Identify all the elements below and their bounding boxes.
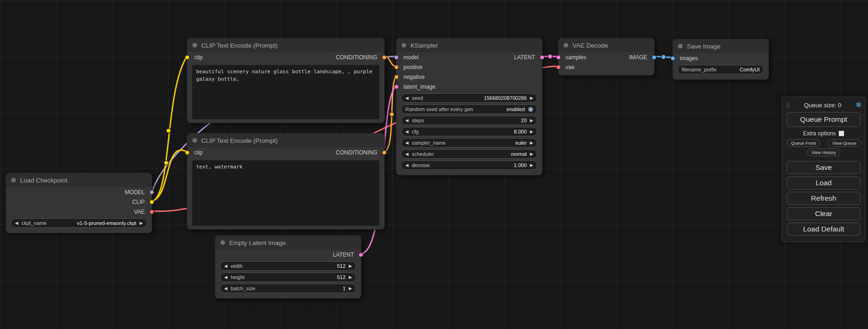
- vae-output-port[interactable]: [149, 210, 154, 214]
- node-ksampler[interactable]: KSampler model LATENT positive negative …: [396, 38, 543, 175]
- drag-handle-icon[interactable]: ⣿: [786, 102, 790, 108]
- negative-input-port[interactable]: [394, 75, 399, 79]
- decrement-arrow-icon[interactable]: ◀: [405, 163, 409, 168]
- extra-options-checkbox[interactable]: [839, 131, 844, 136]
- decrement-arrow-icon[interactable]: ◀: [405, 152, 409, 156]
- collapse-dot[interactable]: [11, 178, 16, 182]
- decrement-arrow-icon[interactable]: ◀: [405, 119, 409, 123]
- seed-widget[interactable]: ◀ seed 156680208700286 ▶: [401, 93, 537, 103]
- refresh-button[interactable]: Refresh: [787, 192, 861, 205]
- collapse-dot[interactable]: [564, 43, 568, 48]
- clip-output-port[interactable]: [149, 200, 154, 204]
- toggle-dot[interactable]: [528, 107, 533, 112]
- latent-image-input-port[interactable]: [394, 84, 399, 89]
- cfg-widget[interactable]: ◀ cfg 8.000 ▶: [401, 127, 537, 136]
- images-input-port[interactable]: [670, 56, 675, 61]
- node-title-bar[interactable]: KSampler: [396, 38, 542, 52]
- widget-label: sampler_name: [412, 140, 446, 146]
- decrement-arrow-icon[interactable]: ◀: [405, 141, 409, 145]
- prompt-textarea[interactable]: beautiful scenery nature glass bottle la…: [192, 65, 380, 119]
- collapse-dot[interactable]: [402, 43, 406, 48]
- increment-arrow-icon[interactable]: ▶: [530, 152, 533, 156]
- queue-prompt-button[interactable]: Queue Prompt: [787, 112, 861, 127]
- node-load-checkpoint[interactable]: Load Checkpoint MODEL CLIP VAE ◀ ckpt_na…: [6, 173, 152, 233]
- steps-widget[interactable]: ◀ steps 20 ▶: [401, 116, 537, 125]
- io-row: vae: [558, 62, 654, 72]
- node-title-bar[interactable]: Save Image: [673, 39, 769, 53]
- decrement-arrow-icon[interactable]: ◀: [405, 96, 409, 100]
- image-output-port[interactable]: [652, 55, 656, 60]
- node-vae-decode[interactable]: VAE Decode samples IMAGE vae: [558, 38, 655, 76]
- widget-label: height: [231, 274, 245, 280]
- prompt-textarea[interactable]: text, watermark: [192, 160, 380, 226]
- gear-icon[interactable]: ✻: [855, 101, 861, 109]
- increment-arrow-icon[interactable]: ▶: [140, 221, 143, 225]
- scheduler-widget[interactable]: ◀ scheduler normal ▶: [401, 149, 537, 159]
- filename-prefix-widget[interactable]: filename_prefix ComfyUI: [677, 65, 764, 74]
- node-title-bar[interactable]: CLIP Text Encode (Prompt): [187, 133, 384, 147]
- decrement-arrow-icon[interactable]: ◀: [224, 275, 227, 280]
- clip-input-port[interactable]: [185, 55, 190, 60]
- node-save-image[interactable]: Save Image images filename_prefix ComfyU…: [672, 39, 769, 80]
- node-graph-canvas[interactable]: { "colors": { "model": "#b39ddb", "clip"…: [0, 0, 868, 329]
- save-button[interactable]: Save: [787, 161, 861, 174]
- collapse-dot[interactable]: [192, 138, 197, 143]
- increment-arrow-icon[interactable]: ▶: [530, 96, 533, 100]
- widget-value: 1: [343, 286, 346, 291]
- increment-arrow-icon[interactable]: ▶: [530, 130, 533, 134]
- io-row: clip CONDITIONING: [187, 147, 384, 157]
- clip-input-port[interactable]: [185, 150, 190, 155]
- load-button[interactable]: Load: [787, 176, 861, 189]
- batch-size-widget[interactable]: ◀ batch_size 1 ▶: [220, 284, 356, 293]
- ckpt-name-widget[interactable]: ◀ ckpt_name v1-5-pruned-emaonly.ckpt ▶: [11, 218, 147, 228]
- height-widget[interactable]: ◀ height 512 ▶: [220, 273, 356, 282]
- latent-output-port[interactable]: [540, 55, 544, 60]
- increment-arrow-icon[interactable]: ▶: [530, 163, 533, 168]
- model-input-port[interactable]: [394, 55, 399, 60]
- conditioning-output-port[interactable]: [382, 150, 387, 155]
- decrement-arrow-icon[interactable]: ◀: [224, 264, 227, 268]
- node-title-bar[interactable]: Load Checkpoint: [6, 173, 152, 187]
- collapse-dot[interactable]: [678, 44, 683, 49]
- queue-panel[interactable]: ⣿ Queue size: 0 ✻ Queue Prompt Extra opt…: [782, 97, 866, 242]
- decrement-arrow-icon[interactable]: ◀: [224, 287, 227, 291]
- reroute-dot[interactable]: [166, 128, 171, 133]
- increment-arrow-icon[interactable]: ▶: [349, 275, 352, 280]
- input-label: clip: [194, 149, 203, 156]
- sampler-name-widget[interactable]: ◀ sampler_name euler ▶: [401, 138, 537, 147]
- samples-input-port[interactable]: [556, 55, 561, 60]
- view-history-button[interactable]: View History: [807, 148, 841, 156]
- conditioning-output-port[interactable]: [382, 55, 387, 60]
- increment-arrow-icon[interactable]: ▶: [530, 141, 533, 145]
- node-title: CLIP Text Encode (Prompt): [201, 137, 278, 144]
- node-title-bar[interactable]: VAE Decode: [558, 38, 654, 52]
- node-title-bar[interactable]: Empty Latent Image: [215, 236, 361, 250]
- decrement-arrow-icon[interactable]: ◀: [405, 130, 409, 134]
- node-clip-text-encode-positive[interactable]: CLIP Text Encode (Prompt) clip CONDITION…: [187, 38, 385, 123]
- collapse-dot[interactable]: [220, 240, 225, 245]
- node-title: Save Image: [687, 43, 720, 50]
- width-widget[interactable]: ◀ width 512 ▶: [220, 261, 356, 271]
- latent-output-port[interactable]: [359, 252, 363, 257]
- queue-front-button[interactable]: Queue Front: [786, 139, 820, 147]
- increment-arrow-icon[interactable]: ▶: [530, 119, 533, 123]
- clear-button[interactable]: Clear: [787, 207, 861, 220]
- widget-label: steps: [412, 118, 424, 123]
- model-output-port[interactable]: [149, 190, 154, 195]
- random-seed-toggle-widget[interactable]: Random seed after every gen enabled: [401, 105, 537, 114]
- reroute-dot[interactable]: [389, 112, 394, 117]
- node-title-bar[interactable]: CLIP Text Encode (Prompt): [187, 38, 384, 52]
- load-default-button[interactable]: Load Default: [787, 223, 861, 236]
- positive-input-port[interactable]: [394, 65, 399, 70]
- view-queue-button[interactable]: View Queue: [827, 139, 861, 147]
- node-empty-latent-image[interactable]: Empty Latent Image LATENT ◀ width 512 ▶ …: [215, 235, 361, 299]
- collapse-dot[interactable]: [192, 43, 197, 48]
- denoise-widget[interactable]: ◀ denoise 1.000 ▶: [401, 161, 537, 170]
- node-clip-text-encode-negative[interactable]: CLIP Text Encode (Prompt) clip CONDITION…: [187, 133, 385, 230]
- reroute-dot[interactable]: [164, 161, 169, 165]
- increment-arrow-icon[interactable]: ▶: [349, 287, 352, 291]
- increment-arrow-icon[interactable]: ▶: [349, 264, 352, 268]
- output-row: LATENT: [215, 250, 361, 259]
- vae-input-port[interactable]: [556, 65, 561, 70]
- decrement-arrow-icon[interactable]: ◀: [15, 221, 18, 225]
